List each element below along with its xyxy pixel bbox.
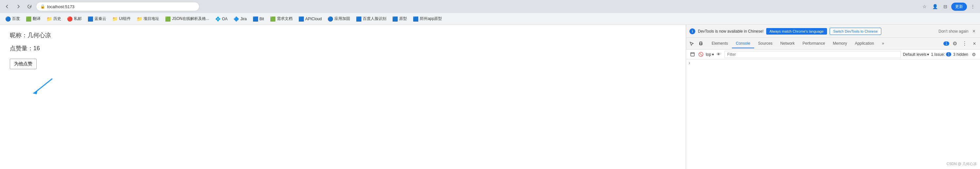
back-button[interactable] <box>3 2 12 11</box>
bookmark-lanyun-label: 蓝秦云 <box>94 16 106 22</box>
reload-button[interactable] <box>25 2 34 11</box>
svg-marker-1 <box>33 90 38 94</box>
menu-button[interactable]: ⋮ <box>968 2 977 11</box>
bit-icon: 🟦 <box>253 16 258 22</box>
bookmark-yiyou[interactable]: 🔴 私邮 <box>64 15 84 23</box>
devtools-settings-button[interactable]: ⚙ <box>951 39 959 48</box>
nav-right: ☆ 👤 ⊟ 更新 ⋮ <box>920 2 977 11</box>
tab-performance[interactable]: Performance <box>799 39 829 48</box>
devtools-more-button[interactable]: ⋮ <box>960 39 969 48</box>
console-output: › <box>686 59 980 169</box>
forward-button[interactable] <box>14 2 23 11</box>
arrow-hint <box>29 75 56 96</box>
yingyongjia-icon: 🔵 <box>328 16 333 22</box>
default-levels-label: Default levels <box>903 52 926 57</box>
bookmark-oa[interactable]: 💠 OA <box>213 15 230 23</box>
issues-count-badge: 1 <box>946 52 951 57</box>
console-filter-input[interactable] <box>724 51 901 58</box>
page-nickname: 昵称：几何心凉 <box>10 31 676 39</box>
sidebar-toggle-button[interactable]: ⊟ <box>941 2 950 11</box>
bookmark-json-label: JSON在线解析及格... <box>172 16 209 22</box>
switch-chinese-button[interactable]: Switch DevTools to Chinese <box>830 28 881 35</box>
inspector-button[interactable] <box>687 39 696 48</box>
console-eye-button[interactable]: 👁 <box>715 51 722 58</box>
console-context-label: top <box>706 52 711 57</box>
bookmark-xiangmu[interactable]: 📁 项目地址 <box>134 15 162 23</box>
bookmark-fanyi-label: 翻译 <box>33 16 41 22</box>
bookmark-oa-label: OA <box>222 17 228 21</box>
devtools-toolbar-left <box>687 39 708 48</box>
default-levels-dropdown[interactable]: Default levels ▾ <box>903 52 929 57</box>
devtools-tabs: Elements Console Sources Network Perform… <box>686 38 980 50</box>
bookmark-star-button[interactable]: ☆ <box>920 2 929 11</box>
svg-rect-5 <box>691 52 694 56</box>
bookmark-fanyi[interactable]: 🟩 翻译 <box>23 15 43 23</box>
bookmark-json[interactable]: 🟩 JSON在线解析及格... <box>162 15 212 23</box>
console-toolbar-right: Default levels ▾ 1 Issue: 1 3 hidden ⚙ <box>903 51 977 58</box>
json-icon: 🟩 <box>165 16 171 22</box>
match-language-button[interactable]: Always match Chrome's language <box>766 28 827 35</box>
yiyou-icon: 🔴 <box>67 16 73 22</box>
bookmark-ui-label: UI组件 <box>119 16 131 22</box>
notification-close-button[interactable]: × <box>971 28 977 34</box>
devtools-panel: i DevTools is now available in Chinese! … <box>686 25 980 169</box>
bookmark-baidu[interactable]: 🔵 百度 <box>3 15 22 23</box>
tab-network[interactable]: Network <box>776 39 799 48</box>
hidden-count-label: 3 hidden <box>953 52 968 57</box>
lanyun-icon: 🟦 <box>88 16 93 22</box>
bookmark-ui[interactable]: 📁 UI组件 <box>110 15 134 23</box>
issues-label: 1 Issue: <box>931 52 945 57</box>
console-iframe-button[interactable] <box>689 51 696 58</box>
bookmark-xiangmu-label: 项目地址 <box>143 16 159 22</box>
device-toggle-button[interactable] <box>697 39 705 48</box>
tab-console[interactable]: Console <box>732 39 754 48</box>
address-bar[interactable]: 🔒 localhost:5173 <box>36 2 199 11</box>
bookmark-apicloud[interactable]: 🟦 APICloud <box>296 15 325 23</box>
svg-line-0 <box>36 79 52 92</box>
bookmark-lishi[interactable]: 📁 历史 <box>44 15 64 23</box>
yuanxing-icon: 🟦 <box>392 16 398 22</box>
tab-memory[interactable]: Memory <box>829 39 851 48</box>
bookmark-baidu-label: 百度 <box>12 16 20 22</box>
bookmark-jira[interactable]: 🔷 Jira <box>231 15 249 23</box>
lishi-icon: 📁 <box>46 16 52 22</box>
bookmark-xqwendang-label: 需求文档 <box>277 16 293 22</box>
watermark: CSDN @ 几何心凉 <box>947 161 977 166</box>
lock-icon: 🔒 <box>40 4 45 9</box>
nav-bar: 🔒 localhost:5173 ☆ 👤 ⊟ 更新 ⋮ <box>0 0 980 13</box>
bookmark-zhengzhouapp-label: 郑州app原型 <box>420 16 442 22</box>
console-settings-button[interactable]: ⚙ <box>970 51 977 58</box>
console-stop-button[interactable]: 🚫 <box>697 51 705 58</box>
apicloud-icon: 🟦 <box>298 16 304 22</box>
bookmark-xqwendang[interactable]: 🟩 需求文档 <box>267 15 295 23</box>
tab-application[interactable]: Application <box>851 39 878 48</box>
page-content: 昵称：几何心凉 点赞量：16 为他点赞 <box>0 25 686 169</box>
bookmark-lanyun[interactable]: 🟦 蓝秦云 <box>85 15 109 23</box>
like-button[interactable]: 为他点赞 <box>10 59 37 69</box>
baiduface-icon: 🟦 <box>356 16 361 22</box>
tab-elements[interactable]: Elements <box>708 39 732 48</box>
dismiss-button[interactable]: Don't show again <box>939 29 969 33</box>
bookmark-baiduface[interactable]: 🟦 百度人脸识别 <box>353 15 389 23</box>
update-button[interactable]: 更新 <box>951 3 967 11</box>
console-toolbar-left: 🚫 top ▾ 👁 <box>689 51 722 58</box>
info-icon: i <box>689 28 695 34</box>
devtools-tabs-right: 1 ⚙ ⋮ × <box>943 39 979 48</box>
bookmark-yingyongjia-label: 应用加固 <box>334 16 350 22</box>
bookmark-yiyou-label: 私邮 <box>74 16 82 22</box>
bookmark-bit[interactable]: 🟦 Bit <box>250 15 267 23</box>
devtools-close-button[interactable]: × <box>970 39 979 48</box>
tab-sources[interactable]: Sources <box>754 39 776 48</box>
profile-button[interactable]: 👤 <box>930 2 939 11</box>
bookmark-bit-label: Bit <box>259 17 264 21</box>
console-expand-arrow[interactable]: › <box>689 61 690 65</box>
console-context-selector[interactable]: top ▾ <box>706 52 714 57</box>
bookmark-jira-label: Jira <box>240 17 247 21</box>
notification-message: DevTools is now available in Chinese! <box>698 29 764 33</box>
bookmark-yuanxing[interactable]: 🟦 原型 <box>390 15 410 23</box>
bookmark-zhengzhouapp[interactable]: 🟦 郑州app原型 <box>410 15 445 23</box>
tab-more[interactable]: » <box>878 39 888 48</box>
oa-icon: 💠 <box>215 16 221 22</box>
bookmark-yingyongjia[interactable]: 🔵 应用加固 <box>325 15 353 23</box>
bookmark-lishi-label: 历史 <box>53 16 61 22</box>
